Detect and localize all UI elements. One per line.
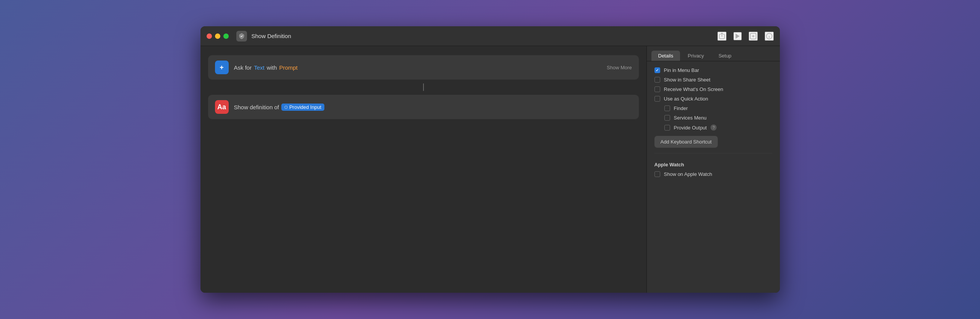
show-definition-icon-char: Aa (217, 103, 226, 111)
services-menu-label: Services Menu (674, 115, 707, 121)
finder-row: Finder (654, 105, 772, 111)
content-area: + Ask for Text with Prompt Show More Aa (200, 46, 780, 293)
ask-for-conjunction: with (267, 64, 277, 71)
pin-in-menu-bar-label: Pin in Menu Bar (664, 67, 699, 73)
finder-label: Finder (674, 105, 688, 111)
show-on-apple-watch-row: Show on Apple Watch (654, 171, 772, 177)
show-definition-content: Show definition of Provided Input (234, 104, 632, 111)
ask-for-text-action: + Ask for Text with Prompt Show More (208, 55, 639, 80)
receive-whats-on-screen-row: Receive What's On Screen (654, 86, 772, 92)
services-menu-row: Services Menu (654, 115, 772, 121)
share-button[interactable] (717, 32, 727, 41)
action-connector (423, 83, 424, 91)
ask-for-text-content: Ask for Text with Prompt (234, 64, 601, 71)
ask-for-type[interactable]: Text (254, 64, 265, 71)
receive-whats-on-screen-checkbox[interactable] (654, 86, 660, 92)
show-on-apple-watch-checkbox[interactable] (654, 171, 660, 177)
tab-privacy[interactable]: Privacy (681, 51, 711, 61)
close-button[interactable] (207, 33, 212, 39)
run-button[interactable] (733, 32, 742, 40)
pin-in-menu-bar-row: Pin in Menu Bar (654, 67, 772, 73)
show-definition-prefix: Show definition of (234, 104, 279, 110)
ask-for-text-icon-char: + (220, 64, 224, 72)
apple-watch-section-title: Apple Watch (654, 162, 772, 167)
titlebar: Show Definition (200, 26, 780, 46)
receive-whats-on-screen-label: Receive What's On Screen (664, 86, 723, 92)
ask-for-prefix: Ask for (234, 64, 252, 71)
app-icon (236, 31, 247, 41)
tab-details[interactable]: Details (651, 51, 680, 61)
info-button[interactable] (765, 32, 774, 41)
maximize-button[interactable] (223, 33, 229, 39)
workflow-pane: + Ask for Text with Prompt Show More Aa (200, 46, 646, 293)
provide-output-row: Provide Output ? (654, 124, 772, 131)
ask-for-value[interactable]: Prompt (279, 64, 297, 71)
use-as-quick-action-row: Use as Quick Action (654, 96, 772, 102)
show-on-apple-watch-label: Show on Apple Watch (664, 171, 712, 177)
titlebar-actions (717, 32, 774, 41)
show-definition-icon: Aa (215, 100, 229, 114)
minimize-button[interactable] (215, 33, 220, 39)
provide-output-label: Provide Output (674, 125, 707, 131)
show-more-button[interactable]: Show More (607, 65, 632, 70)
provided-input-token[interactable]: Provided Input (281, 104, 324, 111)
provide-output-help-icon[interactable]: ? (711, 124, 717, 131)
main-window: Show Definition (200, 26, 780, 293)
window-title: Show Definition (252, 33, 713, 39)
ask-for-text-icon: + (215, 61, 229, 74)
tab-setup[interactable]: Setup (712, 51, 738, 61)
tabs-bar: Details Privacy Setup (647, 46, 780, 61)
services-menu-checkbox[interactable] (664, 115, 670, 121)
pin-in-menu-bar-checkbox[interactable] (654, 67, 660, 73)
finder-checkbox[interactable] (664, 105, 670, 111)
show-in-share-sheet-checkbox[interactable] (654, 77, 660, 83)
provide-output-checkbox[interactable] (664, 125, 670, 131)
use-as-quick-action-label: Use as Quick Action (664, 96, 708, 102)
add-keyboard-shortcut-button[interactable]: Add Keyboard Shortcut (654, 136, 718, 148)
details-content: Pin in Menu Bar Show in Share Sheet Rece… (647, 61, 780, 183)
show-in-share-sheet-label: Show in Share Sheet (664, 77, 711, 83)
details-pane: Details Privacy Setup Pin in Menu Bar Sh… (646, 46, 780, 293)
show-definition-action: Aa Show definition of Provided Input (208, 95, 639, 119)
add-shortcut-titlebar-button[interactable] (749, 32, 758, 41)
show-in-share-sheet-row: Show in Share Sheet (654, 77, 772, 83)
section-separator (654, 153, 772, 153)
use-as-quick-action-checkbox[interactable] (654, 96, 660, 102)
traffic-lights (207, 33, 229, 39)
